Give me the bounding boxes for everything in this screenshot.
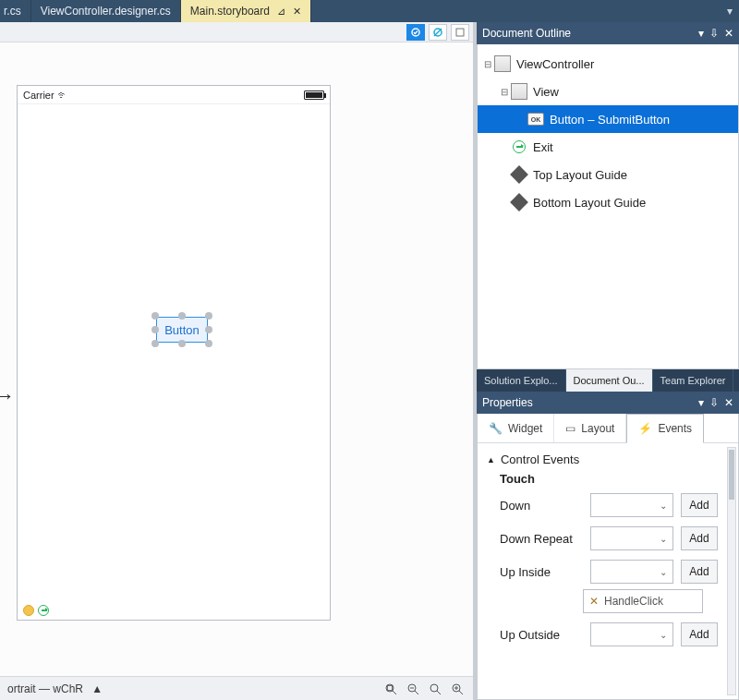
button-control[interactable]: Button — [156, 317, 208, 343]
file-tab-designer[interactable]: ViewController.designer.cs — [31, 0, 181, 22]
tab-label: Main.storyboard — [190, 5, 270, 18]
resize-handle[interactable] — [178, 312, 186, 320]
viewcontroller-icon — [494, 55, 511, 72]
event-dropdown[interactable]: ⌄ — [590, 622, 673, 646]
disclosure-icon[interactable]: ⊟ — [498, 87, 511, 97]
zoom-out-icon[interactable] — [405, 681, 421, 697]
lightning-icon: ⚡ — [638, 422, 652, 435]
disclosure-icon[interactable]: ⊟ — [481, 59, 494, 69]
tab-solution-explorer[interactable]: Solution Explo... — [477, 369, 566, 392]
tab-label: Team Explorer — [660, 375, 726, 386]
event-dropdown[interactable]: ⌄ — [590, 526, 673, 550]
tab-label: Widget — [508, 422, 542, 435]
tab-team-explorer[interactable]: Team Explorer — [653, 369, 734, 392]
zoom-reset-icon[interactable] — [427, 681, 443, 697]
event-handler-chip[interactable]: ✕ HandleClick — [583, 589, 703, 613]
properties-content[interactable]: ▲Control Events Touch Down ⌄ Add Down Re… — [478, 443, 738, 699]
document-outline-tree[interactable]: ⊟ ViewController ⊟ View OK Button – Subm… — [477, 44, 739, 369]
resize-handle[interactable] — [151, 326, 159, 333]
section-control-events[interactable]: ▲Control Events — [487, 453, 731, 466]
panel-menu-icon[interactable]: ▾ — [698, 396, 704, 409]
document-outline-header: Document Outline ▾ ⇩ ✕ — [477, 22, 739, 44]
tab-overflow-button[interactable]: ▾ — [721, 0, 739, 22]
pin-icon[interactable]: ⇩ — [709, 396, 719, 409]
tree-label: View — [533, 85, 559, 99]
event-dropdown[interactable]: ⌄ — [590, 493, 673, 517]
right-panels: Document Outline ▾ ⇩ ✕ ⊟ ViewController … — [477, 22, 739, 700]
resize-handle[interactable] — [151, 312, 159, 320]
view-icon — [511, 83, 527, 100]
toolbar-button-1[interactable] — [406, 24, 425, 41]
properties-panel: 🔧Widget ▭Layout ⚡Events ▲Control Events … — [477, 414, 739, 700]
tree-item-viewcontroller[interactable]: ⊟ ViewController — [478, 50, 738, 78]
svg-line-8 — [415, 691, 418, 694]
layout-guide-icon — [510, 193, 528, 211]
close-icon[interactable]: ✕ — [293, 6, 301, 18]
add-button[interactable]: Add — [681, 622, 718, 646]
tab-events[interactable]: ⚡Events — [626, 414, 704, 443]
file-tabstrip: r.cs ViewController.designer.cs Main.sto… — [0, 0, 739, 22]
resize-handle[interactable] — [205, 312, 212, 320]
panel-tab-well: Solution Explo... Document Ou... Team Ex… — [477, 369, 739, 392]
remove-handler-icon[interactable]: ✕ — [589, 595, 599, 608]
tab-document-outline[interactable]: Document Ou... — [566, 369, 653, 392]
btn-label: Add — [689, 628, 709, 641]
event-label: Up Inside — [500, 565, 583, 579]
event-row-up-outside: Up Outside ⌄ Add — [500, 622, 718, 646]
resize-handle[interactable] — [205, 340, 212, 347]
pin-icon[interactable]: ⇩ — [709, 27, 719, 40]
resize-handle[interactable] — [178, 340, 186, 347]
tree-item-top-layout-guide[interactable]: Top Layout Guide — [478, 161, 738, 188]
first-responder-icon[interactable] — [23, 605, 34, 616]
selected-control[interactable]: Button — [156, 317, 208, 343]
wrench-icon: 🔧 — [489, 422, 503, 435]
tree-item-bottom-layout-guide[interactable]: Bottom Layout Guide — [478, 188, 738, 216]
add-button[interactable]: Add — [681, 526, 718, 550]
exit-icon[interactable] — [38, 605, 49, 616]
scrollbar[interactable] — [727, 447, 736, 695]
svg-rect-3 — [456, 29, 464, 36]
designer-toolbar — [0, 22, 473, 42]
device-frame[interactable]: Carrier ᯤ Button — [17, 85, 331, 621]
zoom-in-icon[interactable] — [449, 681, 466, 697]
resize-handle[interactable] — [151, 340, 159, 347]
tab-label: Solution Explo... — [484, 375, 558, 386]
tree-item-exit[interactable]: Exit — [478, 133, 738, 161]
disclosure-icon[interactable]: ▲ — [487, 455, 495, 465]
exit-icon — [513, 140, 526, 153]
close-icon[interactable]: ✕ — [724, 27, 733, 40]
button-icon: OK — [527, 113, 544, 126]
event-row-down-repeat: Down Repeat ⌄ Add — [500, 526, 718, 550]
scrollbar-thumb[interactable] — [729, 450, 734, 500]
zoom-fit-icon[interactable] — [382, 681, 399, 697]
event-dropdown[interactable]: ⌄ — [590, 560, 673, 584]
file-tab-partial[interactable]: r.cs — [0, 0, 31, 22]
size-class-menu-icon[interactable]: ▲ — [91, 682, 103, 695]
wifi-icon: ᯤ — [57, 89, 68, 102]
tree-label: Top Layout Guide — [533, 168, 627, 182]
add-button[interactable]: Add — [681, 493, 718, 517]
ruler-icon: ▭ — [565, 422, 575, 435]
tree-item-view[interactable]: ⊟ View — [478, 78, 738, 105]
event-label: Down — [500, 499, 583, 513]
tab-label: r.cs — [4, 5, 21, 18]
toolbar-button-2[interactable] — [429, 24, 447, 41]
button-label: Button — [164, 323, 200, 337]
tree-label: Button – SubmitButton — [550, 113, 670, 127]
pin-icon[interactable]: ⊿ — [277, 6, 285, 18]
tree-item-button-selected[interactable]: OK Button – SubmitButton — [478, 105, 738, 133]
design-canvas[interactable]: → Carrier ᯤ Button — [0, 42, 473, 676]
tab-layout[interactable]: ▭Layout — [554, 414, 626, 442]
panel-menu-icon[interactable]: ▾ — [698, 27, 704, 40]
close-icon[interactable]: ✕ — [724, 396, 733, 409]
subsection-touch: Touch — [500, 472, 731, 486]
file-tab-storyboard[interactable]: Main.storyboard ⊿ ✕ — [181, 0, 311, 22]
tab-widget[interactable]: 🔧Widget — [478, 414, 554, 442]
designer-statusbar: ortrait — wChR ▲ — [0, 676, 473, 700]
section-label: Control Events — [501, 453, 579, 466]
event-row-down: Down ⌄ Add — [500, 493, 718, 517]
add-button[interactable]: Add — [681, 560, 718, 584]
resize-handle[interactable] — [205, 326, 212, 333]
toolbar-button-3[interactable] — [451, 24, 469, 41]
event-label: Down Repeat — [500, 532, 583, 546]
